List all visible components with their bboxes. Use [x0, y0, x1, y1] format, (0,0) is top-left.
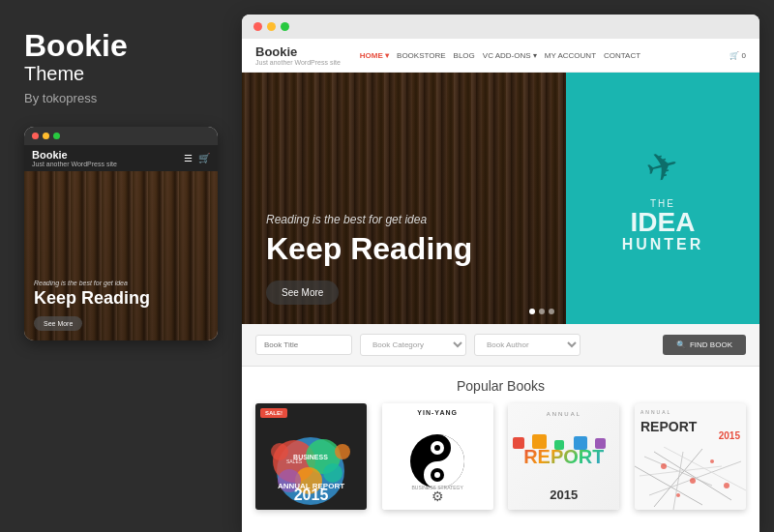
idea-text: IDEA: [622, 209, 704, 236]
book1-year: 2015: [294, 487, 329, 504]
browser-dot-red: [253, 22, 262, 31]
svg-point-14: [434, 472, 440, 478]
mobile-cart-icon[interactable]: 🛒: [198, 153, 210, 163]
browser-chrome: [242, 15, 759, 39]
book-author-select[interactable]: Book Author: [474, 334, 580, 356]
book-card-2[interactable]: YIN-YANG BUSINESS STRATEGY ⚙: [382, 403, 493, 510]
left-sidebar: Bookie Theme By tokopress Bookie Just an…: [0, 0, 237, 532]
mobile-dot-red: [32, 133, 39, 139]
mobile-hero-title: Keep Reading: [34, 289, 208, 309]
mobile-preview: Bookie Just another WordPress site ☰ 🛒 R…: [24, 127, 218, 340]
book2-gear-icon: ⚙: [432, 488, 444, 504]
search-icon: 🔍: [676, 340, 686, 349]
nav-vc-addons[interactable]: VC ADD-ONS ▾: [483, 51, 537, 60]
nav-blog[interactable]: BLOG: [454, 51, 475, 60]
svg-point-5: [323, 463, 342, 483]
browser-dot-green: [281, 22, 289, 31]
book-card-4[interactable]: ANNUAL REPORT 2015: [635, 403, 746, 510]
svg-point-31: [676, 493, 680, 497]
site-navbar: Bookie Just another WordPress site HOME …: [242, 39, 759, 73]
mobile-hero: Reading is the best for get idea Keep Re…: [24, 171, 218, 340]
brand-by: By tokopress: [24, 91, 97, 105]
brand-title: Bookie: [24, 29, 128, 63]
site-nav-links: HOME ▾ BOOKSTORE BLOG VC ADD-ONS ▾ MY AC…: [360, 51, 640, 60]
hero-main-title: Keep Reading: [266, 231, 542, 267]
svg-rect-19: [595, 438, 606, 449]
brand-subtitle: Theme: [24, 63, 84, 85]
book2-title: YIN-YANG: [417, 409, 458, 416]
book-card-3[interactable]: ANNUAL REPORT 2015: [508, 403, 619, 510]
idea-hunter-text: THE IDEA HUNTER: [622, 198, 704, 253]
hero-left: Reading is the best for get idea Keep Re…: [242, 73, 566, 324]
svg-rect-16: [532, 434, 547, 449]
hero-italic: Reading is the best for get idea: [266, 213, 542, 226]
svg-rect-15: [513, 437, 524, 449]
book-card-1[interactable]: SALE! BUSINESS SALES ANNUAL REPORT: [255, 403, 367, 510]
site-logo: Bookie Just another WordPress site: [255, 44, 341, 66]
hero-dot-3[interactable]: [549, 309, 554, 314]
book4-lines-svg: [635, 447, 746, 510]
svg-line-26: [673, 452, 683, 510]
books-grid: SALE! BUSINESS SALES ANNUAL REPORT: [255, 403, 746, 510]
mobile-hamburger-icon[interactable]: ☰: [184, 153, 193, 163]
svg-rect-18: [574, 436, 587, 450]
mobile-dot-green: [53, 133, 60, 139]
nav-contact[interactable]: CONTACT: [604, 51, 640, 60]
mobile-chrome: [24, 127, 218, 145]
search-bar: Book Category Book Author 🔍 FIND BOOK: [242, 324, 759, 367]
find-book-label: FIND BOOK: [690, 340, 732, 349]
book3-decoration: [508, 432, 619, 471]
sale-badge: SALE!: [260, 408, 287, 418]
paper-plane-icon: ✈: [641, 140, 685, 192]
hero-dot-2[interactable]: [539, 309, 545, 314]
browser-dot-yellow: [267, 22, 276, 31]
site-logo-tagline: Just another WordPress site: [255, 59, 341, 66]
book3-year: 2015: [550, 488, 578, 502]
cart-area[interactable]: 🛒 0: [729, 51, 746, 60]
nav-my-account[interactable]: MY ACCOUNT: [545, 51, 596, 60]
mobile-see-more-button[interactable]: See More: [34, 316, 82, 331]
popular-section: Popular Books SALE! BUSINESS: [242, 367, 759, 532]
book3-annual: ANNUAL: [547, 411, 581, 417]
hero-right-book: ✈ THE IDEA HUNTER: [566, 73, 759, 324]
mobile-tagline: Just another WordPress site: [32, 161, 117, 167]
browser-window: Bookie Just another WordPress site HOME …: [242, 15, 759, 532]
hunter-text: HUNTER: [622, 236, 704, 253]
nav-bookstore[interactable]: BOOKSTORE: [397, 51, 446, 60]
svg-point-30: [710, 459, 714, 463]
yin-yang-symbol: [408, 432, 466, 490]
svg-point-28: [661, 463, 667, 469]
svg-text:SALES: SALES: [286, 458, 303, 464]
book-category-select[interactable]: Book Category: [360, 334, 466, 356]
svg-point-29: [690, 478, 696, 484]
mobile-site-name: Bookie: [32, 149, 117, 161]
mobile-dot-yellow: [43, 133, 49, 139]
hero-section: Reading is the best for get idea Keep Re…: [242, 73, 759, 324]
hero-dot-1[interactable]: [529, 309, 535, 314]
book-title-input[interactable]: [255, 335, 352, 355]
book4-year: 2015: [719, 430, 740, 441]
mobile-hero-italic: Reading is the best for get idea: [34, 280, 208, 286]
find-book-button[interactable]: 🔍 FIND BOOK: [663, 335, 746, 355]
hero-slider-dots: [529, 309, 554, 314]
site-logo-name: Bookie: [255, 44, 341, 59]
popular-title: Popular Books: [255, 378, 746, 394]
see-more-button[interactable]: See More: [266, 281, 339, 305]
svg-rect-17: [554, 440, 564, 450]
svg-point-6: [335, 444, 350, 459]
mobile-navbar: Bookie Just another WordPress site ☰ 🛒: [24, 145, 218, 171]
svg-point-13: [434, 445, 440, 451]
book4-report: REPORT: [640, 419, 697, 434]
book4-annual: ANNUAL: [640, 409, 671, 415]
nav-home[interactable]: HOME ▾: [360, 51, 389, 60]
svg-point-32: [724, 483, 729, 488]
